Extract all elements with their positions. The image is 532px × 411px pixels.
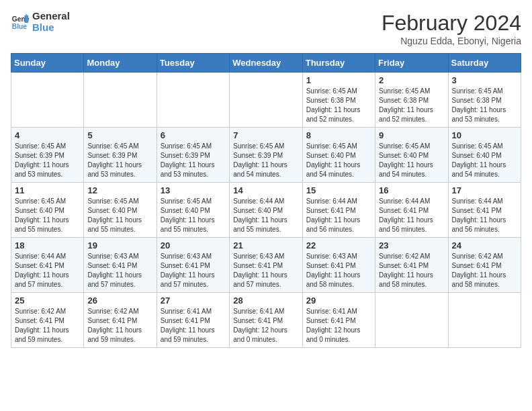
header-tuesday: Tuesday — [157, 54, 229, 73]
calendar-cell: 11Sunrise: 6:45 AM Sunset: 6:40 PM Dayli… — [11, 183, 84, 238]
calendar-cell: 2Sunrise: 6:45 AM Sunset: 6:38 PM Daylig… — [375, 73, 448, 128]
calendar-cell — [448, 293, 521, 348]
title-area: February 2024 Nguzu Edda, Ebonyi, Nigeri… — [382, 11, 521, 46]
day-number: 13 — [161, 185, 226, 195]
calendar-cell: 12Sunrise: 6:45 AM Sunset: 6:40 PM Dayli… — [84, 183, 157, 238]
day-info: Sunrise: 6:42 AM Sunset: 6:41 PM Dayligh… — [379, 252, 444, 289]
day-number: 5 — [87, 130, 152, 140]
header-thursday: Thursday — [302, 54, 375, 73]
day-info: Sunrise: 6:45 AM Sunset: 6:38 PM Dayligh… — [379, 87, 444, 124]
day-number: 20 — [161, 240, 226, 250]
calendar-cell: 10Sunrise: 6:45 AM Sunset: 6:40 PM Dayli… — [448, 128, 521, 183]
calendar-cell — [11, 73, 84, 128]
day-info: Sunrise: 6:45 AM Sunset: 6:40 PM Dayligh… — [306, 142, 371, 179]
calendar-cell: 14Sunrise: 6:44 AM Sunset: 6:40 PM Dayli… — [230, 183, 302, 238]
logo-line2: Blue — [32, 22, 70, 34]
calendar-cell: 1Sunrise: 6:45 AM Sunset: 6:38 PM Daylig… — [302, 73, 375, 128]
day-info: Sunrise: 6:41 AM Sunset: 6:41 PM Dayligh… — [233, 307, 298, 345]
day-info: Sunrise: 6:42 AM Sunset: 6:41 PM Dayligh… — [15, 307, 80, 345]
day-number: 19 — [87, 240, 152, 250]
day-info: Sunrise: 6:42 AM Sunset: 6:41 PM Dayligh… — [87, 307, 152, 345]
header-monday: Monday — [84, 54, 157, 73]
day-info: Sunrise: 6:45 AM Sunset: 6:40 PM Dayligh… — [15, 197, 80, 234]
calendar-cell: 18Sunrise: 6:44 AM Sunset: 6:41 PM Dayli… — [11, 238, 84, 293]
day-info: Sunrise: 6:44 AM Sunset: 6:41 PM Dayligh… — [452, 197, 517, 234]
calendar-table: SundayMondayTuesdayWednesdayThursdayFrid… — [11, 53, 521, 348]
day-info: Sunrise: 6:43 AM Sunset: 6:41 PM Dayligh… — [161, 252, 226, 289]
day-number: 15 — [306, 185, 371, 195]
day-info: Sunrise: 6:44 AM Sunset: 6:41 PM Dayligh… — [379, 197, 444, 234]
day-number: 21 — [233, 240, 298, 250]
day-number: 1 — [306, 75, 371, 85]
day-number: 14 — [233, 185, 298, 195]
day-number: 22 — [306, 240, 371, 250]
calendar-cell: 6Sunrise: 6:45 AM Sunset: 6:39 PM Daylig… — [157, 128, 229, 183]
day-info: Sunrise: 6:42 AM Sunset: 6:41 PM Dayligh… — [452, 252, 517, 289]
day-info: Sunrise: 6:45 AM Sunset: 6:39 PM Dayligh… — [233, 142, 298, 179]
calendar-header-row: SundayMondayTuesdayWednesdayThursdayFrid… — [11, 54, 521, 73]
day-info: Sunrise: 6:45 AM Sunset: 6:39 PM Dayligh… — [161, 142, 226, 179]
calendar-cell: 9Sunrise: 6:45 AM Sunset: 6:40 PM Daylig… — [375, 128, 448, 183]
calendar-cell: 26Sunrise: 6:42 AM Sunset: 6:41 PM Dayli… — [84, 293, 157, 348]
day-number: 24 — [452, 240, 517, 250]
day-number: 3 — [452, 75, 517, 85]
day-info: Sunrise: 6:45 AM Sunset: 6:40 PM Dayligh… — [452, 142, 517, 179]
day-number: 4 — [15, 130, 80, 140]
header-wednesday: Wednesday — [230, 54, 302, 73]
day-info: Sunrise: 6:44 AM Sunset: 6:40 PM Dayligh… — [233, 197, 298, 234]
calendar-cell: 22Sunrise: 6:43 AM Sunset: 6:41 PM Dayli… — [302, 238, 375, 293]
day-number: 25 — [15, 295, 80, 306]
calendar-cell: 25Sunrise: 6:42 AM Sunset: 6:41 PM Dayli… — [11, 293, 84, 348]
day-number: 29 — [306, 295, 371, 306]
calendar-cell — [157, 73, 229, 128]
calendar-cell: 29Sunrise: 6:41 AM Sunset: 6:41 PM Dayli… — [302, 293, 375, 348]
calendar-cell: 17Sunrise: 6:44 AM Sunset: 6:41 PM Dayli… — [448, 183, 521, 238]
day-number: 7 — [233, 130, 298, 140]
calendar-cell: 20Sunrise: 6:43 AM Sunset: 6:41 PM Dayli… — [157, 238, 229, 293]
day-info: Sunrise: 6:43 AM Sunset: 6:41 PM Dayligh… — [306, 252, 371, 289]
header-sunday: Sunday — [11, 54, 84, 73]
day-info: Sunrise: 6:45 AM Sunset: 6:40 PM Dayligh… — [379, 142, 444, 179]
day-number: 28 — [233, 295, 298, 306]
calendar-cell: 23Sunrise: 6:42 AM Sunset: 6:41 PM Dayli… — [375, 238, 448, 293]
calendar-cell: 28Sunrise: 6:41 AM Sunset: 6:41 PM Dayli… — [230, 293, 302, 348]
day-info: Sunrise: 6:45 AM Sunset: 6:38 PM Dayligh… — [452, 87, 517, 124]
logo: General Blue General Blue — [11, 11, 70, 33]
week-row-4: 18Sunrise: 6:44 AM Sunset: 6:41 PM Dayli… — [11, 238, 521, 293]
day-info: Sunrise: 6:41 AM Sunset: 6:41 PM Dayligh… — [161, 307, 226, 345]
calendar-cell — [84, 73, 157, 128]
day-number: 9 — [379, 130, 444, 140]
calendar-cell: 27Sunrise: 6:41 AM Sunset: 6:41 PM Dayli… — [157, 293, 229, 348]
calendar-cell — [375, 293, 448, 348]
calendar-cell — [230, 73, 302, 128]
calendar-cell: 4Sunrise: 6:45 AM Sunset: 6:39 PM Daylig… — [11, 128, 84, 183]
day-number: 11 — [15, 185, 80, 195]
calendar-cell: 3Sunrise: 6:45 AM Sunset: 6:38 PM Daylig… — [448, 73, 521, 128]
week-row-3: 11Sunrise: 6:45 AM Sunset: 6:40 PM Dayli… — [11, 183, 521, 238]
calendar-cell: 19Sunrise: 6:43 AM Sunset: 6:41 PM Dayli… — [84, 238, 157, 293]
day-number: 23 — [379, 240, 444, 250]
day-info: Sunrise: 6:45 AM Sunset: 6:39 PM Dayligh… — [87, 142, 152, 179]
calendar-cell: 8Sunrise: 6:45 AM Sunset: 6:40 PM Daylig… — [302, 128, 375, 183]
calendar-title: February 2024 — [382, 11, 521, 36]
day-info: Sunrise: 6:45 AM Sunset: 6:40 PM Dayligh… — [87, 197, 152, 234]
header-friday: Friday — [375, 54, 448, 73]
calendar-cell: 24Sunrise: 6:42 AM Sunset: 6:41 PM Dayli… — [448, 238, 521, 293]
day-number: 27 — [161, 295, 226, 306]
day-number: 12 — [87, 185, 152, 195]
day-number: 17 — [452, 185, 517, 195]
week-row-5: 25Sunrise: 6:42 AM Sunset: 6:41 PM Dayli… — [11, 293, 521, 348]
calendar-subtitle: Nguzu Edda, Ebonyi, Nigeria — [382, 36, 521, 46]
day-info: Sunrise: 6:45 AM Sunset: 6:40 PM Dayligh… — [161, 197, 226, 234]
day-number: 8 — [306, 130, 371, 140]
calendar-cell: 5Sunrise: 6:45 AM Sunset: 6:39 PM Daylig… — [84, 128, 157, 183]
logo-icon: General Blue — [11, 13, 30, 32]
day-number: 16 — [379, 185, 444, 195]
day-info: Sunrise: 6:45 AM Sunset: 6:38 PM Dayligh… — [306, 87, 371, 124]
day-number: 6 — [161, 130, 226, 140]
day-info: Sunrise: 6:43 AM Sunset: 6:41 PM Dayligh… — [87, 252, 152, 289]
calendar-cell: 15Sunrise: 6:44 AM Sunset: 6:41 PM Dayli… — [302, 183, 375, 238]
day-number: 2 — [379, 75, 444, 85]
week-row-1: 1Sunrise: 6:45 AM Sunset: 6:38 PM Daylig… — [11, 73, 521, 128]
day-info: Sunrise: 6:41 AM Sunset: 6:41 PM Dayligh… — [306, 307, 371, 345]
